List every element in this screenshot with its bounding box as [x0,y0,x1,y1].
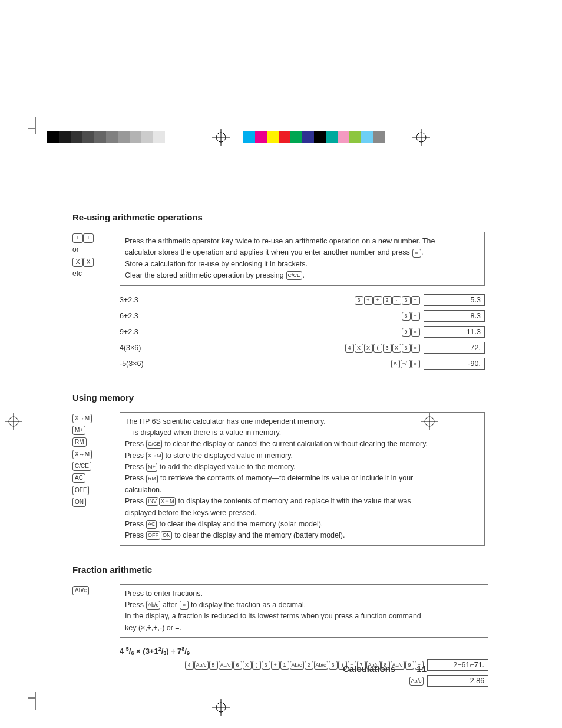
calculator-key: C/CE [72,462,91,471]
calculator-key: 3 [355,296,363,305]
info-text: The HP 6S scientific calculator has one … [125,416,480,427]
key-cce: C/CE [286,271,303,280]
key-plus: + [83,233,94,243]
section-heading: Using memory [72,393,485,403]
key-equals: = [412,249,421,258]
info-text: is displayed when there is a value in me… [125,427,480,439]
key-sequence: 6= [184,311,424,320]
sidebar-keys: ++ or XX etc [72,232,120,280]
key-ac: AC [146,520,157,529]
page-content: Re-using arithmetic operations ++ or XX … [72,212,485,710]
calculator-key: ( [252,661,261,670]
example-row: 3+2.33++2·3=5.3 [120,294,485,306]
info-text: to display the contents of memory and re… [176,497,411,505]
info-text: to retrieve the contents of memory—to de… [158,474,413,482]
calculator-key: M+ [72,426,85,435]
calculator-key: + [373,296,382,305]
key-equals: = [180,601,189,610]
info-text: Press [125,474,146,482]
key-sequence: 3++2·3= [184,295,424,304]
example-heading: 4 5/6 × (3+12/3) ÷ 78/9 [120,646,488,655]
info-text: Press [125,463,146,471]
info-text: Clear the stored arithmetic operation by… [125,271,286,279]
key-abc: Ab/c [72,586,89,595]
example-list: 4 5/6 × (3+12/3) ÷ 78/9 4Ab/c5Ab/c6X(3+1… [120,646,488,687]
info-text: Press [125,601,146,609]
section-reusing-arithmetic: Re-using arithmetic operations ++ or XX … [72,212,485,374]
key-x: X [72,258,83,267]
result-display: 2⌐61⌐71. [427,659,488,671]
expression: 4(3×6) [120,344,184,352]
calculator-key: 4 [345,344,354,353]
key-sequence: 5+/-= [184,358,424,368]
registration-target-icon [212,129,230,146]
calculator-key: 3 [402,296,411,305]
example-row: 9+2.39=11.3 [120,326,485,338]
calculator-key: X↔M [72,450,92,459]
key-sequence: Ab/c [184,676,427,686]
registration-target-icon [5,413,22,430]
calculator-key: 5 [209,661,218,670]
info-text: Press the arithmetic operator key twice … [125,237,435,245]
example-row: Ab/c 2.86 [120,675,488,687]
info-text: Press [125,452,146,460]
key-abc: Ab/c [146,601,160,610]
key-xswapm: X↔M [159,497,176,506]
result-display: 5.3 [424,294,485,306]
sidebar-keys: X→MM+RMX↔MC/CEACOFFON [72,412,120,508]
example-row: 4(3×6)4XX(3X6=72. [120,342,485,354]
result-display: 11.3 [424,326,485,338]
key-sequence: 9= [184,327,424,336]
calculator-key: Ab/c [219,661,233,670]
key-sequence: 4XX(3X6= [184,342,424,352]
info-text: Store a calculation for re-use by enclos… [125,259,480,270]
key-inv: INV [146,497,158,506]
sidebar-text: or [72,245,79,253]
key-mplus: M+ [146,463,157,472]
key-xtom: X→M [146,452,163,460]
info-text: calculator stores the operation and appl… [125,248,412,256]
calculator-key: = [411,296,420,305]
crop-mark-icon [28,686,42,711]
info-text: Press [125,440,146,448]
info-text: Press [125,520,146,528]
info-text: calculation. [125,485,480,496]
info-text: to display the fraction as a decimal. [189,601,306,609]
key-cce: C/CE [146,440,163,449]
key-on: ON [161,531,173,540]
key-rm: RM [146,475,158,483]
expression: 9+2.3 [120,328,184,336]
calculator-key: 9 [402,328,411,337]
result-display: 8.3 [424,310,485,322]
info-text: . [421,248,423,256]
section-using-memory: Using memory X→MM+RMX↔MC/CEACOFFON The H… [72,393,485,546]
expression: 3+2.3 [120,296,184,304]
footer-label: Calculations [343,664,395,674]
key-off: OFF [146,531,160,540]
registration-bar [0,126,562,150]
calculator-key: 4 [185,661,194,670]
calculator-key: + [271,661,280,670]
calculator-key: X [392,344,401,353]
section-heading: Fraction arithmetic [72,565,485,575]
sidebar-keys: Ab/c [72,584,120,596]
info-text: key (×,÷,+,-) or =. [125,622,483,634]
calculator-key: +/- [401,360,411,368]
calculator-key: AC [72,473,85,483]
page-number: 11 [416,664,427,674]
example-list: 3+2.33++2·3=5.36+2.36=8.39+2.39=11.34(3×… [120,294,485,370]
info-text: Press to enter fractions. [125,588,483,599]
info-text: Press [125,531,146,539]
info-text: displayed before the keys were pressed. [125,508,480,519]
calculator-key: 6 [402,344,411,353]
info-text: to clear the display and the memory (sol… [157,520,323,528]
calculator-key: ON [72,498,86,507]
page-footer: Calculations 11 [343,664,427,674]
calculator-key: 2 [305,661,313,670]
calculator-key: X [243,661,252,670]
info-text: . [303,271,305,279]
expression: 6+2.3 [120,312,184,320]
calculator-key: X [364,344,373,353]
key-x: X [83,258,94,267]
expression: -5(3×6) [120,360,184,368]
